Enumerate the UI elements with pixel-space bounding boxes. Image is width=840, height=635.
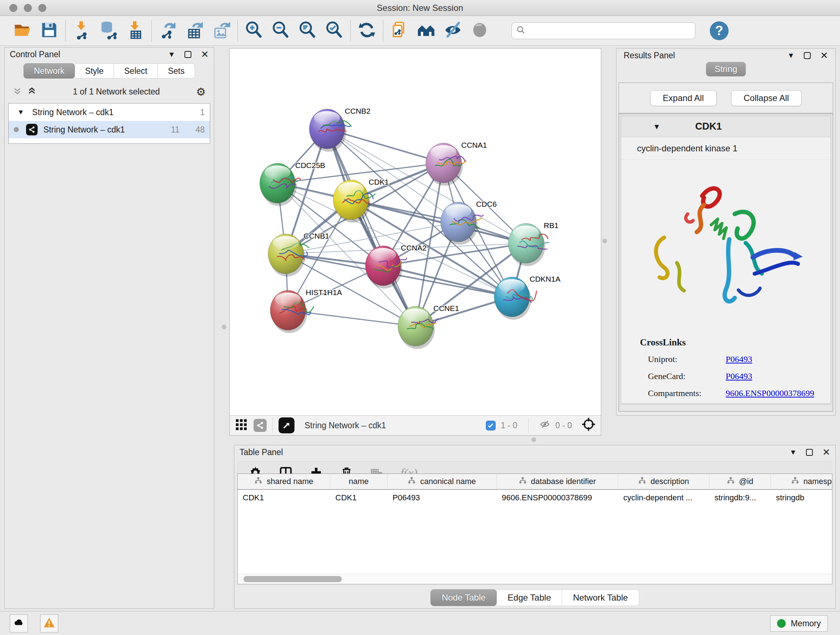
zoom-out-button[interactable] — [271, 21, 291, 41]
export-image-icon — [212, 21, 231, 41]
collection-expander-icon[interactable]: ▼ — [17, 108, 24, 116]
cloud-status-button[interactable] — [10, 614, 28, 632]
column-header-shared-name[interactable]: shared name — [238, 474, 330, 489]
network-node-rb1[interactable]: RB1 — [508, 221, 559, 266]
hide-selected-button[interactable] — [443, 21, 463, 41]
crosslink-link[interactable]: P06493 — [726, 355, 752, 364]
tab-sets[interactable]: Sets — [158, 63, 195, 79]
zoom-selected-button[interactable] — [324, 21, 344, 41]
first-neighbors-button[interactable] — [416, 21, 436, 41]
results-scrollbar[interactable] — [621, 404, 831, 409]
table-row[interactable]: CDK1CDK1P064939606.ENSP00000378699cyclin… — [238, 490, 832, 506]
table-cell[interactable]: stringdb:9... — [709, 490, 771, 506]
table-cell[interactable]: CDK1 — [330, 490, 387, 506]
apply-layout-button[interactable] — [357, 21, 377, 41]
current-network-dot — [14, 127, 19, 132]
network-edges — [278, 129, 526, 326]
column-header-database-identifier[interactable]: database identifier — [497, 474, 618, 489]
column-header-canonical-name[interactable]: canonical name — [387, 474, 497, 489]
warnings-button[interactable] — [40, 614, 58, 632]
expand-all-icon[interactable] — [27, 86, 36, 97]
table-cell[interactable]: P06493 — [387, 490, 497, 506]
network-node-ccne1[interactable]: CCNE1 — [398, 304, 459, 349]
import-table-button[interactable] — [125, 21, 145, 41]
collapse-all-button[interactable]: Collapse All — [731, 90, 802, 106]
column-header-description[interactable]: description — [618, 474, 709, 489]
table-cell[interactable]: CDK1 — [238, 490, 330, 506]
network-canvas[interactable]: CCNB2CCNA1CDC25BCDK1CDC6RB1CCNB1CCNA2CDK… — [230, 49, 601, 415]
tab-string[interactable]: String — [706, 62, 746, 76]
selected-checkbox-icon[interactable] — [486, 421, 496, 431]
table-float-icon[interactable] — [806, 449, 813, 456]
column-header-name[interactable]: name — [330, 474, 387, 489]
zoom-fit-button[interactable] — [297, 21, 317, 41]
grid-view-icon[interactable] — [235, 418, 248, 432]
network-node-cdc6[interactable]: CDC6 — [441, 200, 497, 245]
column-type-icon — [408, 477, 416, 486]
memory-button[interactable]: Memory — [770, 615, 828, 632]
scrollbar-thumb[interactable] — [243, 576, 342, 582]
node-table: shared namenamecanonical namedatabase id… — [237, 473, 832, 584]
gene-expander-icon[interactable]: ▼ — [653, 122, 660, 131]
table-cell[interactable]: stringdb — [771, 490, 832, 506]
network-badge-icon[interactable] — [254, 419, 267, 432]
crosslink-link[interactable]: 9606.ENSP00000378699 — [726, 388, 814, 398]
export-image-button[interactable] — [211, 21, 232, 41]
panel-float-icon[interactable] — [185, 51, 191, 58]
bottom-splitter-grip[interactable] — [531, 437, 536, 442]
birdseye-toggle-icon[interactable] — [581, 417, 596, 434]
tab-network-table[interactable]: Network Table — [562, 589, 639, 606]
export-table-button[interactable] — [185, 21, 205, 41]
string-network-badge-icon — [26, 124, 38, 135]
results-float-icon[interactable] — [804, 52, 811, 59]
panel-menu-icon[interactable]: ▼ — [168, 50, 175, 59]
network-node-cdkn1a[interactable]: CDKN1A — [494, 275, 561, 320]
node-label-ccnb2: CCNB2 — [345, 107, 370, 115]
network-node-ccna1[interactable]: CCNA1 — [426, 141, 487, 186]
expand-all-button[interactable]: Expand All — [650, 90, 716, 106]
import-network-from-database-button[interactable] — [98, 21, 118, 41]
table-menu-icon[interactable]: ▼ — [789, 448, 797, 456]
save-session-button[interactable] — [39, 21, 59, 41]
tab-network[interactable]: Network — [24, 63, 75, 79]
table-horizontal-scrollbar[interactable] — [238, 574, 832, 584]
search-input[interactable] — [526, 26, 677, 36]
results-menu-icon[interactable]: ▼ — [787, 51, 794, 60]
open-session-button[interactable] — [12, 21, 33, 41]
show-all-button[interactable] — [470, 21, 490, 41]
tab-node-table[interactable]: Node Table — [431, 589, 497, 606]
table-close-icon[interactable]: ✕ — [822, 448, 830, 457]
right-splitter-grip[interactable] — [602, 239, 607, 243]
results-close-icon[interactable]: ✕ — [820, 51, 828, 60]
network-node-cdk1[interactable]: CDK1 — [333, 178, 389, 223]
hidden-node-edge-counts: 0 - 0 — [555, 421, 572, 431]
import-network-button[interactable] — [72, 21, 92, 41]
gene-header-row[interactable]: ▼ CDK1 — [621, 116, 831, 137]
collapse-all-icon[interactable] — [13, 86, 22, 97]
network-node-ccnb2[interactable]: CCNB2 — [309, 107, 370, 152]
detach-view-icon[interactable] — [279, 417, 294, 433]
network-node-ccna2[interactable]: CCNA2 — [365, 244, 426, 288]
network-node-count: 11 — [171, 125, 180, 135]
gear-icon[interactable]: ⚙ — [196, 86, 206, 98]
zoom-selected-icon — [325, 21, 344, 41]
export-network-button[interactable] — [158, 21, 178, 41]
network-edge[interactable] — [327, 129, 416, 326]
tab-select[interactable]: Select — [114, 63, 158, 79]
tab-edge-table[interactable]: Edge Table — [497, 589, 562, 606]
help-button[interactable]: ? — [710, 21, 729, 40]
network-node-hist1h1a[interactable]: HIST1H1A — [270, 288, 342, 333]
network-node-cdc25b[interactable]: CDC25B — [260, 161, 325, 206]
panel-close-icon[interactable]: ✕ — [201, 50, 209, 59]
column-header--id[interactable]: @id — [709, 474, 771, 489]
left-splitter-grip[interactable] — [222, 325, 226, 329]
network-collection-row[interactable]: ▼ String Network – cdk1 1 — [9, 103, 210, 121]
clone-network-button[interactable] — [389, 21, 409, 41]
table-cell[interactable]: 9606.ENSP00000378699 — [497, 490, 618, 506]
crosslink-link[interactable]: P06493 — [726, 371, 752, 381]
network-row[interactable]: String Network – cdk1 11 48 — [9, 121, 210, 138]
table-cell[interactable]: cyclin-dependent ... — [618, 490, 709, 506]
column-header-namespace[interactable]: namespace — [771, 474, 832, 489]
zoom-in-button[interactable] — [244, 21, 264, 41]
tab-style[interactable]: Style — [75, 63, 114, 79]
